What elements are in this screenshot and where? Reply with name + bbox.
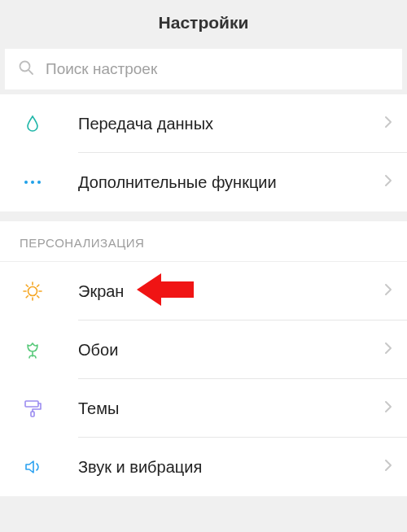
top-list: Передача данных Дополнительные функции xyxy=(0,94,407,211)
svg-point-5 xyxy=(28,287,37,296)
list-item-label: Экран xyxy=(78,282,384,301)
header: Настройки xyxy=(0,0,407,46)
list-item-data-transfer[interactable]: Передача данных xyxy=(0,94,407,153)
section-gap xyxy=(0,211,407,221)
list-item-sound[interactable]: Звук и вибрация xyxy=(0,438,407,496)
chevron-right-icon xyxy=(384,459,392,475)
list-item-label: Звук и вибрация xyxy=(78,458,384,477)
svg-rect-15 xyxy=(25,401,38,407)
svg-point-3 xyxy=(31,181,34,184)
svg-rect-16 xyxy=(31,412,34,416)
dots-icon xyxy=(20,180,46,185)
svg-line-10 xyxy=(26,285,28,286)
search-container xyxy=(0,46,407,94)
list-item-label: Передача данных xyxy=(78,115,384,133)
search-input[interactable] xyxy=(46,60,389,78)
svg-point-4 xyxy=(37,181,41,184)
list-item-label: Темы xyxy=(78,399,384,418)
svg-point-2 xyxy=(24,181,28,184)
svg-line-12 xyxy=(26,296,28,298)
page-title: Настройки xyxy=(159,13,249,33)
chevron-right-icon xyxy=(384,342,392,358)
svg-line-11 xyxy=(37,296,39,298)
list-item-wallpaper[interactable]: Обои xyxy=(0,321,407,379)
paint-roller-icon xyxy=(20,399,46,418)
chevron-right-icon xyxy=(384,283,392,299)
search-icon xyxy=(18,59,34,79)
list-item-more-functions[interactable]: Дополнительные функции xyxy=(0,153,407,211)
list-item-label: Дополнительные функции xyxy=(78,173,384,192)
chevron-right-icon xyxy=(384,400,392,416)
list-item-themes[interactable]: Темы xyxy=(0,379,407,438)
tulip-icon xyxy=(20,340,46,360)
list-item-screen[interactable]: Экран xyxy=(0,262,407,321)
speaker-icon xyxy=(20,457,46,477)
list-item-label: Обои xyxy=(78,341,384,360)
search-bar[interactable] xyxy=(5,49,402,89)
personalization-list: Экран Обои Темы xyxy=(0,262,407,496)
water-drop-icon xyxy=(20,114,46,133)
svg-line-1 xyxy=(28,70,33,74)
section-header-personalization: ПЕРСОНАЛИЗАЦИЯ xyxy=(0,221,407,262)
sun-icon xyxy=(20,281,46,302)
chevron-right-icon xyxy=(384,116,392,132)
svg-line-13 xyxy=(37,285,39,286)
chevron-right-icon xyxy=(384,174,392,190)
